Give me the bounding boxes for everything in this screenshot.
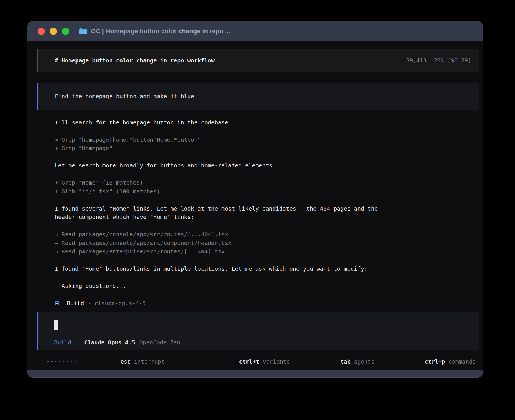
session-stats: 39,413 20% ($0.29) [406, 57, 471, 64]
tool-call-grep: ∗ Grep "homepage|home.*button|Home.*butt… [55, 135, 479, 144]
working-spinner-dots [47, 361, 76, 362]
user-message-text: Find the homepage button and make it blu… [55, 92, 471, 101]
window-titlebar[interactable]: OC | Homepage button color change in rep… [27, 21, 483, 41]
shortcut-hint-commands: ctrl+pcommands [384, 351, 476, 372]
arrow-right-icon: → [55, 239, 58, 248]
close-button[interactable] [38, 28, 45, 35]
spinner-dot [51, 361, 53, 362]
user-message: Find the homepage button and make it blu… [37, 83, 479, 110]
shortcut-hints: ctrl+tvariants tabagents ctrl+pcommands [189, 351, 476, 372]
agent-status-line: Build · claude-opus-4-5 [55, 299, 479, 308]
text-cursor [54, 320, 58, 330]
tool-bullet-icon: ∗ [55, 135, 58, 144]
arrow-right-icon: → [55, 247, 58, 256]
tool-call-read: → Read packages/console/app/src/routes/[… [55, 230, 479, 239]
tool-bullet-icon: ∗ [55, 144, 58, 153]
terminal-content: # Homepage button color change in repo w… [27, 41, 483, 366]
status-text: ~ Asking questions... [55, 282, 479, 290]
active-model-label: Claude Opus 4.5 [84, 338, 135, 347]
active-provider-label: OpenCode Zen [139, 338, 180, 347]
shortcut-hint-interrupt: escinterrupt [86, 351, 165, 372]
agent-name: Build [67, 300, 84, 307]
session-header: # Homepage button color change in repo w… [37, 49, 479, 72]
spinner-dot [55, 361, 56, 362]
folder-icon [79, 28, 88, 35]
zoom-button[interactable] [62, 28, 69, 35]
spinner-dot [47, 361, 49, 362]
desktop: OC | Homepage button color change in rep… [0, 0, 515, 420]
active-agent-label: Build [54, 338, 71, 347]
agent-build-icon [55, 301, 59, 305]
terminal-window: OC | Homepage button color change in rep… [27, 21, 483, 378]
window-bottom-strip [27, 370, 483, 377]
status-bar: escinterrupt ctrl+tvariants tabagents ct… [37, 357, 479, 366]
spinner-dot [63, 361, 64, 362]
session-title: # Homepage button color change in repo w… [55, 57, 215, 64]
tool-bullet-icon: ∗ [55, 187, 58, 196]
arrow-right-icon: → [55, 230, 58, 239]
context-usage: 20% ($0.29) [434, 57, 471, 64]
shortcut-hint-variants: ctrl+tvariants [198, 351, 290, 372]
window-title: OC | Homepage button color change in rep… [91, 28, 230, 35]
assistant-text: header component which have "Home" links… [55, 213, 479, 222]
spinner-dot [75, 361, 76, 362]
assistant-text: Let me search more broadly for buttons a… [55, 161, 479, 170]
spinner-dot [59, 361, 60, 362]
assistant-text: I'll search for the homepage button in t… [55, 118, 479, 127]
tool-call-grep: ∗ Grep "Home" (18 matches) [55, 178, 479, 187]
shortcut-hint-agents: tabagents [300, 351, 374, 372]
tool-bullet-icon: ∗ [55, 178, 58, 187]
tool-call-glob: ∗ Glob "**/*.tsx" (100 matches) [55, 187, 479, 196]
tool-call-read: → Read packages/console/app/src/componen… [55, 239, 479, 248]
spinner-dot [71, 361, 72, 362]
traffic-lights [38, 28, 69, 35]
minimize-button[interactable] [50, 28, 57, 35]
token-count: 39,413 [406, 57, 426, 64]
assistant-transcript: I'll search for the homepage button in t… [37, 118, 479, 308]
spinner-dot [67, 361, 68, 362]
tool-call-read: → Read packages/enterprise/src/routes/[.… [55, 247, 479, 256]
assistant-text: I found several "Home" links. Let me loo… [55, 204, 479, 213]
prompt-input[interactable]: Build Claude Opus 4.5 OpenCode Zen [37, 312, 479, 350]
dot-separator: · [88, 300, 91, 307]
input-status-bar: Build Claude Opus 4.5 OpenCode Zen [54, 338, 471, 347]
assistant-text: I found "Home" buttons/links in multiple… [55, 264, 479, 273]
agent-model: claude-opus-4-5 [95, 300, 146, 307]
tool-call-grep: ∗ Grep "Homepage" [55, 144, 479, 153]
